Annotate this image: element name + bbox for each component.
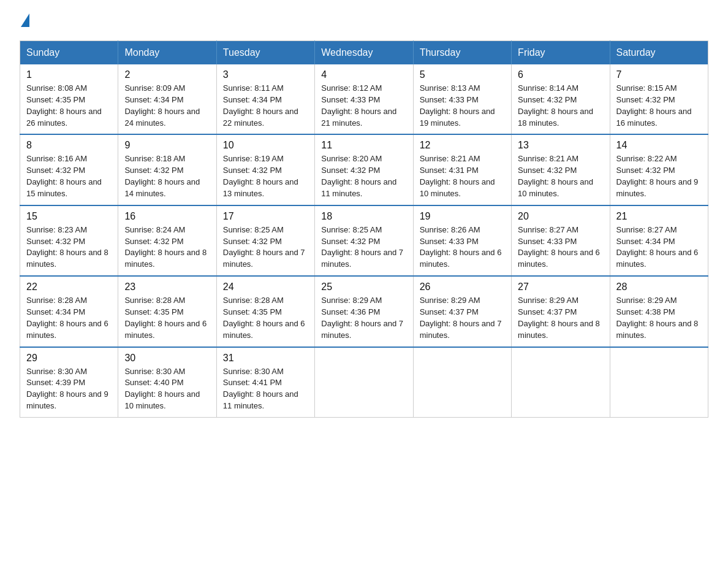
day-number: 11 [321,140,406,151]
day-cell: 28 Sunrise: 8:29 AMSunset: 4:38 PMDaylig… [610,276,708,347]
day-number: 16 [124,211,210,222]
day-info: Sunrise: 8:27 AMSunset: 4:34 PMDaylight:… [616,225,699,269]
day-number: 2 [124,69,210,80]
day-cell: 2 Sunrise: 8:09 AMSunset: 4:34 PMDayligh… [118,64,216,134]
day-info: Sunrise: 8:26 AMSunset: 4:33 PMDaylight:… [420,225,502,269]
header-cell-thursday: Thursday [413,41,511,65]
day-number: 3 [223,69,308,80]
day-number: 29 [26,353,112,364]
day-info: Sunrise: 8:29 AMSunset: 4:38 PMDaylight:… [616,296,699,340]
day-info: Sunrise: 8:21 AMSunset: 4:32 PMDaylight:… [518,154,593,198]
day-number: 31 [223,353,308,364]
week-row-3: 15 Sunrise: 8:23 AMSunset: 4:32 PMDaylig… [20,205,708,276]
day-cell: 4 Sunrise: 8:12 AMSunset: 4:33 PMDayligh… [315,64,413,134]
day-cell: 17 Sunrise: 8:25 AMSunset: 4:32 PMDaylig… [216,205,314,276]
day-info: Sunrise: 8:16 AMSunset: 4:32 PMDaylight:… [26,154,102,198]
day-number: 4 [321,69,406,80]
header-cell-saturday: Saturday [610,41,708,65]
page-header [20,15,708,28]
day-number: 18 [321,211,406,222]
day-info: Sunrise: 8:28 AMSunset: 4:35 PMDaylight:… [223,296,305,340]
day-cell: 10 Sunrise: 8:19 AMSunset: 4:32 PMDaylig… [216,134,314,205]
day-cell [512,347,610,418]
day-info: Sunrise: 8:22 AMSunset: 4:32 PMDaylight:… [616,154,699,198]
day-cell: 22 Sunrise: 8:28 AMSunset: 4:34 PMDaylig… [20,276,118,347]
week-row-1: 1 Sunrise: 8:08 AMSunset: 4:35 PMDayligh… [20,64,708,134]
day-number: 14 [616,140,702,151]
day-cell: 25 Sunrise: 8:29 AMSunset: 4:36 PMDaylig… [315,276,413,347]
day-info: Sunrise: 8:30 AMSunset: 4:41 PMDaylight:… [223,367,298,411]
day-info: Sunrise: 8:18 AMSunset: 4:32 PMDaylight:… [124,154,200,198]
day-info: Sunrise: 8:28 AMSunset: 4:35 PMDaylight:… [124,296,207,340]
day-cell: 29 Sunrise: 8:30 AMSunset: 4:39 PMDaylig… [20,347,118,418]
day-info: Sunrise: 8:15 AMSunset: 4:32 PMDaylight:… [616,83,692,128]
day-number: 17 [223,211,308,222]
logo-triangle-icon [21,13,29,27]
day-number: 22 [26,282,112,293]
day-cell: 11 Sunrise: 8:20 AMSunset: 4:32 PMDaylig… [315,134,413,205]
day-info: Sunrise: 8:21 AMSunset: 4:31 PMDaylight:… [420,154,495,198]
day-number: 26 [420,282,505,293]
day-cell: 1 Sunrise: 8:08 AMSunset: 4:35 PMDayligh… [20,64,118,134]
day-number: 15 [26,211,112,222]
day-info: Sunrise: 8:23 AMSunset: 4:32 PMDaylight:… [26,225,108,269]
day-info: Sunrise: 8:29 AMSunset: 4:36 PMDaylight:… [321,296,403,340]
day-info: Sunrise: 8:29 AMSunset: 4:37 PMDaylight:… [420,296,502,340]
day-cell: 8 Sunrise: 8:16 AMSunset: 4:32 PMDayligh… [20,134,118,205]
day-info: Sunrise: 8:14 AMSunset: 4:32 PMDaylight:… [518,83,593,128]
day-number: 5 [420,69,505,80]
day-info: Sunrise: 8:30 AMSunset: 4:40 PMDaylight:… [124,367,200,411]
header-cell-sunday: Sunday [20,41,118,65]
day-cell: 20 Sunrise: 8:27 AMSunset: 4:33 PMDaylig… [512,205,610,276]
day-number: 25 [321,282,406,293]
day-number: 10 [223,140,308,151]
day-info: Sunrise: 8:19 AMSunset: 4:32 PMDaylight:… [223,154,298,198]
header-cell-tuesday: Tuesday [216,41,314,65]
week-row-2: 8 Sunrise: 8:16 AMSunset: 4:32 PMDayligh… [20,134,708,205]
day-number: 6 [518,69,603,80]
day-cell: 7 Sunrise: 8:15 AMSunset: 4:32 PMDayligh… [610,64,708,134]
day-cell: 5 Sunrise: 8:13 AMSunset: 4:33 PMDayligh… [413,64,511,134]
day-cell: 18 Sunrise: 8:25 AMSunset: 4:32 PMDaylig… [315,205,413,276]
header-row: SundayMondayTuesdayWednesdayThursdayFrid… [20,41,708,65]
day-info: Sunrise: 8:11 AMSunset: 4:34 PMDaylight:… [223,83,298,128]
day-cell: 13 Sunrise: 8:21 AMSunset: 4:32 PMDaylig… [512,134,610,205]
day-cell: 12 Sunrise: 8:21 AMSunset: 4:31 PMDaylig… [413,134,511,205]
day-number: 24 [223,282,308,293]
day-info: Sunrise: 8:30 AMSunset: 4:39 PMDaylight:… [26,367,108,411]
day-info: Sunrise: 8:25 AMSunset: 4:32 PMDaylight:… [321,225,403,269]
day-cell: 6 Sunrise: 8:14 AMSunset: 4:32 PMDayligh… [512,64,610,134]
day-cell: 9 Sunrise: 8:18 AMSunset: 4:32 PMDayligh… [118,134,216,205]
day-cell: 31 Sunrise: 8:30 AMSunset: 4:41 PMDaylig… [216,347,314,418]
day-number: 9 [124,140,210,151]
day-number: 19 [420,211,505,222]
day-info: Sunrise: 8:27 AMSunset: 4:33 PMDaylight:… [518,225,600,269]
logo [20,15,31,28]
calendar-header: SundayMondayTuesdayWednesdayThursdayFrid… [20,41,708,65]
day-number: 8 [26,140,112,151]
week-row-5: 29 Sunrise: 8:30 AMSunset: 4:39 PMDaylig… [20,347,708,418]
day-number: 30 [124,353,210,364]
day-info: Sunrise: 8:25 AMSunset: 4:32 PMDaylight:… [223,225,305,269]
calendar-body: 1 Sunrise: 8:08 AMSunset: 4:35 PMDayligh… [20,64,708,417]
day-number: 21 [616,211,702,222]
day-number: 23 [124,282,210,293]
day-cell: 19 Sunrise: 8:26 AMSunset: 4:33 PMDaylig… [413,205,511,276]
day-cell [315,347,413,418]
day-number: 20 [518,211,603,222]
day-number: 1 [26,69,112,80]
day-cell: 15 Sunrise: 8:23 AMSunset: 4:32 PMDaylig… [20,205,118,276]
day-number: 13 [518,140,603,151]
day-info: Sunrise: 8:12 AMSunset: 4:33 PMDaylight:… [321,83,396,128]
header-cell-wednesday: Wednesday [315,41,413,65]
day-number: 12 [420,140,505,151]
day-cell: 23 Sunrise: 8:28 AMSunset: 4:35 PMDaylig… [118,276,216,347]
header-cell-monday: Monday [118,41,216,65]
day-cell: 3 Sunrise: 8:11 AMSunset: 4:34 PMDayligh… [216,64,314,134]
day-number: 7 [616,69,702,80]
day-cell: 16 Sunrise: 8:24 AMSunset: 4:32 PMDaylig… [118,205,216,276]
day-number: 28 [616,282,702,293]
header-cell-friday: Friday [512,41,610,65]
day-cell: 14 Sunrise: 8:22 AMSunset: 4:32 PMDaylig… [610,134,708,205]
day-cell: 26 Sunrise: 8:29 AMSunset: 4:37 PMDaylig… [413,276,511,347]
